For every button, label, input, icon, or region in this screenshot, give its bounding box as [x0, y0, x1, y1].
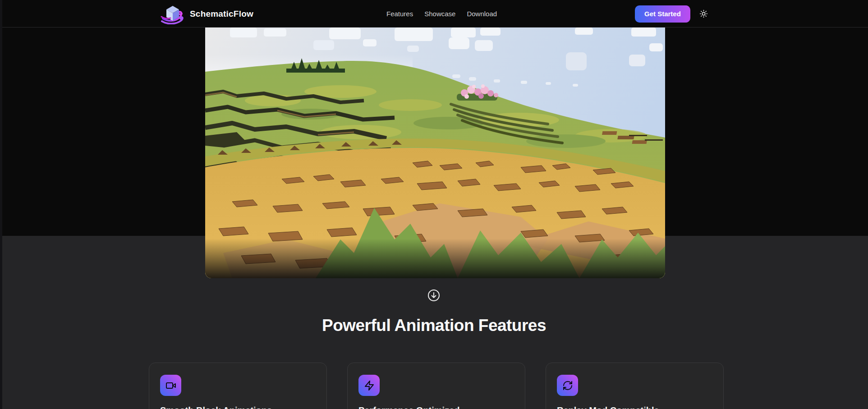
brand-name: SchematicFlow	[190, 9, 253, 19]
get-started-button[interactable]: Get Started	[635, 5, 690, 23]
nav-links: Features Showcase Download	[386, 0, 497, 28]
navbar: SchematicFlow Features Showcase Download…	[0, 0, 868, 28]
sun-icon	[699, 9, 708, 18]
feature-icon-tile	[160, 375, 181, 396]
feature-card-title: Smooth Block Animations	[160, 405, 316, 409]
theme-toggle-button[interactable]	[699, 9, 708, 18]
nav-link-features[interactable]: Features	[386, 10, 413, 18]
feature-icon-tile	[557, 375, 578, 396]
features-heading: Powerful Animation Features	[0, 316, 868, 335]
feature-card-animations: Smooth Block Animations	[149, 363, 327, 409]
feature-card-title: Replay Mod Compatible	[557, 405, 712, 409]
feature-card-performance: Performance Optimized	[347, 363, 525, 409]
feature-cards: Smooth Block Animations Performance Opti…	[149, 363, 724, 409]
nav-actions: Get Started	[635, 0, 708, 28]
feature-card-title: Performance Optimized	[358, 405, 514, 409]
refresh-arrows-icon	[562, 380, 573, 391]
window-left-edge	[0, 0, 2, 409]
hero-video[interactable]	[205, 28, 665, 278]
feature-icon-tile	[358, 375, 380, 396]
page: SchematicFlow Features Showcase Download…	[0, 0, 868, 409]
brand[interactable]: SchematicFlow	[161, 0, 253, 28]
brand-logo-icon	[161, 4, 185, 24]
minecraft-landscape-scene	[205, 28, 665, 278]
nav-link-showcase[interactable]: Showcase	[424, 10, 455, 18]
video-camera-icon	[165, 380, 176, 391]
scroll-down-indicator[interactable]	[427, 289, 440, 302]
lightning-bolt-icon	[364, 380, 375, 391]
feature-card-replay: Replay Mod Compatible	[546, 363, 724, 409]
nav-link-download[interactable]: Download	[467, 10, 497, 18]
arrow-down-circle-icon	[427, 289, 440, 302]
